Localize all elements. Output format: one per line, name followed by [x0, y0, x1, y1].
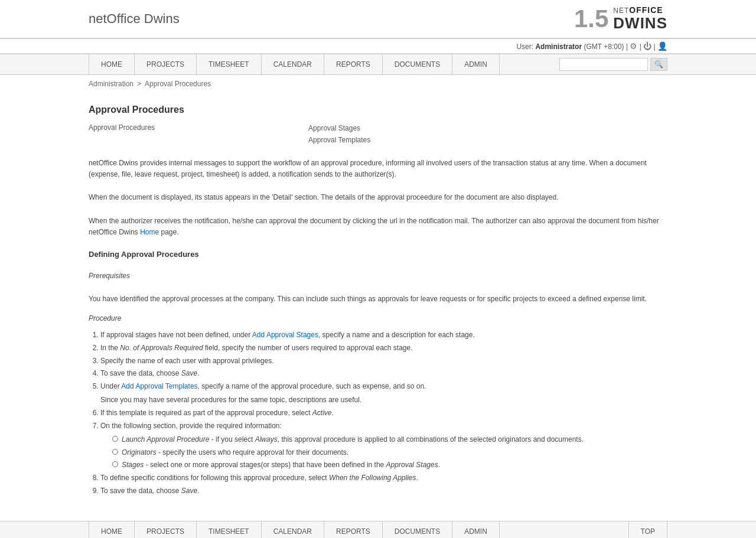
- brand-net: netOFFICE: [613, 6, 667, 15]
- user-icon[interactable]: 👤: [657, 41, 667, 51]
- sub-item-originators: Originators - specify the users who requ…: [112, 446, 667, 459]
- sub-item-launch-text: Launch Approval Procedure - if you selec…: [122, 433, 584, 446]
- search-form: 🔍: [559, 54, 667, 74]
- sub-item-originators-text: Originators - specify the users who requ…: [122, 446, 348, 459]
- footer-nav-projects[interactable]: PROJECTS: [135, 521, 197, 538]
- sub-item-stages-text: Stages - select one or more approval sta…: [122, 459, 440, 472]
- section-link-procedures: Approval Procedures: [89, 121, 155, 134]
- timezone: (GMT +8:00): [584, 43, 624, 51]
- step-3: Specify the name of each user with appro…: [100, 355, 667, 368]
- brand-dwins: DWINS: [613, 15, 667, 32]
- search-button[interactable]: 🔍: [650, 58, 667, 71]
- main-nav: HOME PROJECTS TIMESHEET CALENDAR REPORTS…: [0, 54, 756, 75]
- sub-list: Launch Approval Procedure - if you selec…: [100, 433, 667, 472]
- nav-calendar[interactable]: CALENDAR: [262, 54, 324, 74]
- sub-nav-templates: Approval Templates: [308, 134, 370, 146]
- link-approval-templates[interactable]: Approval Templates: [308, 136, 370, 144]
- username: Administrator: [535, 43, 582, 51]
- radio-icon-launch: [112, 436, 118, 442]
- step-7: On the following section, provide the re…: [100, 420, 667, 472]
- radio-icon-originators: [112, 449, 118, 455]
- nav-documents[interactable]: DOCUMENTS: [383, 54, 452, 74]
- logo-text: netOffice Dwins: [89, 11, 180, 27]
- procedure-steps: If approval stages have not been defined…: [89, 329, 667, 497]
- desc1: netOffice Dwins provides internal messag…: [89, 158, 667, 180]
- section-nav: Approval Procedures Approval Stages Appr…: [89, 121, 667, 146]
- nav-timesheet[interactable]: TIMESHEET: [197, 54, 262, 74]
- nav-home[interactable]: HOME: [89, 54, 135, 74]
- link-add-stages[interactable]: Add Approval Stages: [252, 331, 318, 339]
- footer-nav-timesheet[interactable]: TIMESHEET: [197, 521, 262, 538]
- power-icon[interactable]: ⏻: [643, 41, 651, 51]
- link-approval-stages[interactable]: Approval Stages: [308, 124, 360, 132]
- user-label: User:: [516, 43, 533, 51]
- step-1: If approval stages have not been defined…: [100, 329, 667, 342]
- desc3-post: page.: [159, 228, 178, 236]
- settings-icon[interactable]: ⚙: [630, 41, 637, 51]
- breadcrumb-parent[interactable]: Administration: [89, 80, 133, 88]
- radio-icon-stages: [112, 461, 118, 467]
- step-8: To define specific conditions for follow…: [100, 472, 667, 485]
- version-number: 1.5: [574, 6, 608, 31]
- sub-nav-stages: Approval Stages: [308, 122, 370, 134]
- breadcrumb: Administration > Approval Procedures: [0, 75, 756, 93]
- link-approval-procedures[interactable]: Approval Procedures: [89, 123, 155, 132]
- sub-item-launch: Launch Approval Procedure - if you selec…: [112, 433, 667, 446]
- footer-nav-calendar[interactable]: CALENDAR: [262, 521, 324, 538]
- search-input[interactable]: [559, 58, 648, 71]
- sub-item-stages: Stages - select one or more approval sta…: [112, 459, 667, 472]
- step-5: Under Add Approval Templates, specify a …: [100, 380, 667, 407]
- prerequisites-text: You have identified the approval process…: [89, 294, 667, 305]
- main-content: Approval Procedures Approval Procedures …: [0, 93, 756, 515]
- desc3: When the authorizer receives the notific…: [89, 216, 667, 238]
- prerequisites-label: Prerequisites: [89, 270, 667, 282]
- link-add-templates[interactable]: Add Approval Templates: [121, 382, 197, 390]
- section-links: Approval Procedures: [89, 121, 155, 134]
- step-2: In the No. of Approvals Required field, …: [100, 342, 667, 355]
- step-6: If this template is required as part of …: [100, 407, 667, 420]
- defining-title: Defining Approval Procedures: [89, 250, 667, 259]
- home-link[interactable]: Home: [140, 228, 159, 236]
- nav-admin[interactable]: ADMIN: [452, 54, 500, 74]
- nav-reports[interactable]: REPORTS: [324, 54, 383, 74]
- footer-nav-documents[interactable]: DOCUMENTS: [383, 521, 452, 538]
- sub-nav: Approval Stages Approval Templates: [308, 122, 370, 146]
- user-bar: User: Administrator (GMT +8:00) | ⚙ | ⏻ …: [0, 39, 756, 54]
- procedure-label: Procedure: [89, 313, 667, 324]
- footer-nav-admin[interactable]: ADMIN: [452, 521, 500, 538]
- step-9: To save the data, choose Save.: [100, 485, 667, 498]
- breadcrumb-separator: >: [137, 80, 141, 88]
- breadcrumb-current: Approval Procedures: [145, 80, 211, 88]
- page-title: Approval Procedures: [89, 105, 667, 115]
- desc2: When the document is displayed, its stat…: [89, 192, 667, 203]
- nav-projects[interactable]: PROJECTS: [135, 54, 197, 74]
- logo-right: 1.5 netOFFICE DWINS: [574, 6, 667, 32]
- step-4: To save the data, choose Save.: [100, 367, 667, 380]
- footer-nav: HOME PROJECTS TIMESHEET CALENDAR REPORTS…: [0, 521, 756, 538]
- footer-nav-home[interactable]: HOME: [89, 521, 135, 538]
- brand-block: netOFFICE DWINS: [613, 6, 667, 32]
- footer-top-link[interactable]: TOP: [628, 521, 667, 538]
- footer-nav-reports[interactable]: REPORTS: [324, 521, 383, 538]
- page-header: netOffice Dwins 1.5 netOFFICE DWINS: [0, 0, 756, 39]
